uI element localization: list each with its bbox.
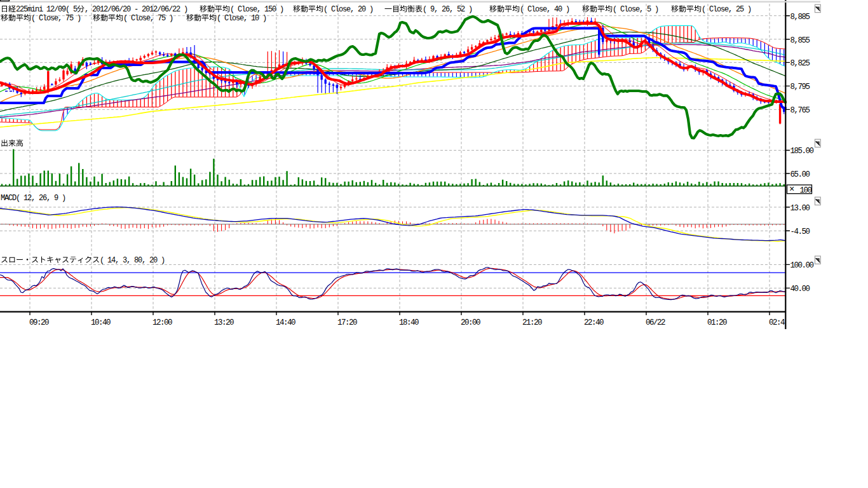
svg-text:18:40: 18:40 bbox=[399, 318, 419, 327]
svg-text:10:40: 10:40 bbox=[91, 318, 111, 327]
svg-text:MACD(12,26,9): MACD(12,26,9) bbox=[1, 194, 66, 203]
svg-text:22:40: 22:40 bbox=[584, 318, 604, 327]
svg-text:(Close,150): (Close,150) bbox=[230, 5, 284, 14]
svg-text:65.00: 65.00 bbox=[790, 170, 810, 179]
svg-text:17:20: 17:20 bbox=[337, 318, 357, 327]
svg-text:13.00: 13.00 bbox=[790, 204, 810, 213]
svg-text:8,795: 8,795 bbox=[790, 83, 810, 92]
svg-text:06/22: 06/22 bbox=[646, 318, 665, 327]
svg-text:185.00: 185.00 bbox=[790, 147, 814, 156]
svg-text:×: × bbox=[789, 184, 794, 194]
svg-text:21:20: 21:20 bbox=[522, 318, 542, 327]
svg-text:100: 100 bbox=[800, 186, 812, 195]
svg-text:8,855: 8,855 bbox=[790, 36, 810, 45]
svg-text:13:20: 13:20 bbox=[214, 318, 234, 327]
svg-text:225mini12/09(5: 225mini12/09(5 bbox=[16, 5, 78, 14]
svg-text:,2012/06/20-2012/06/22): ,2012/06/20-2012/06/22) bbox=[85, 5, 188, 14]
svg-text:14:40: 14:40 bbox=[276, 318, 295, 327]
svg-text:8,765: 8,765 bbox=[790, 106, 810, 115]
svg-text:09:20: 09:20 bbox=[29, 318, 49, 327]
svg-text:8,825: 8,825 bbox=[790, 59, 810, 68]
svg-text:8,885: 8,885 bbox=[790, 13, 810, 22]
svg-text:02:4: 02:4 bbox=[769, 318, 785, 327]
svg-text:40.00: 40.00 bbox=[790, 285, 810, 294]
svg-text:-4.50: -4.50 bbox=[790, 227, 810, 236]
svg-text:100.00: 100.00 bbox=[790, 261, 814, 270]
svg-text:12:00: 12:00 bbox=[153, 318, 172, 327]
svg-text:20:00: 20:00 bbox=[461, 318, 480, 327]
svg-text:01:20: 01:20 bbox=[707, 318, 727, 327]
